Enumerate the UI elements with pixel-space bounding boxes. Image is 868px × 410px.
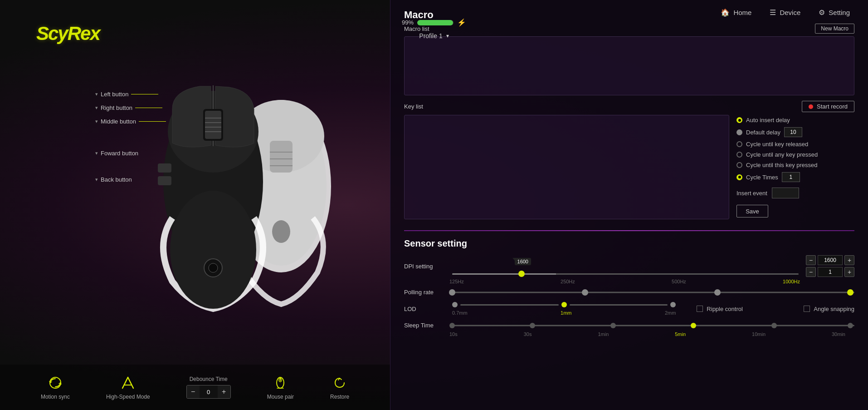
cycle-times-input[interactable]: 1	[782, 172, 800, 182]
cycle-times-option[interactable]: Cycle Times 1	[736, 172, 854, 182]
dpi-decrease-button[interactable]: −	[806, 255, 816, 265]
device-icon: ☰	[770, 8, 776, 17]
sensor-title: Sensor setting	[404, 238, 854, 249]
dpi-value-ctrl: − 1600 +	[806, 255, 854, 265]
battery-bar	[417, 20, 454, 25]
gear-icon: ⚙	[819, 8, 825, 17]
profile-selector[interactable]: Profile 1 ▾	[419, 32, 449, 40]
cycle-this-key-option[interactable]: Cycle until this key pressed	[736, 162, 854, 168]
lod-dot-0[interactable]	[452, 302, 458, 307]
nav-home[interactable]: 🏠 Home	[721, 8, 751, 17]
restore-icon	[332, 375, 348, 391]
sleep-dot-3[interactable]	[691, 323, 696, 328]
dpi-slider[interactable]: 1600	[452, 258, 799, 275]
cycle-this-key-radio[interactable]	[736, 162, 742, 168]
dpi-index-decrease-button[interactable]: −	[806, 267, 816, 277]
sleep-1min: 1min	[598, 331, 609, 337]
radio-inner	[738, 119, 741, 122]
start-record-button[interactable]: Start record	[802, 101, 854, 112]
ripple-checkbox[interactable]	[697, 306, 703, 312]
debounce-increase-button[interactable]: +	[218, 385, 230, 398]
lod-07: 0.7mm	[452, 310, 468, 316]
insert-event-row: Insert event	[736, 188, 854, 198]
auto-insert-delay-radio[interactable]	[736, 117, 742, 123]
dpi-setting-row: DPI setting 1600 − 1600 + − 1 +	[404, 255, 854, 277]
cycle-key-released-option[interactable]: Cycle until key released	[736, 141, 854, 148]
arrow-icon: ▾	[95, 177, 98, 183]
sleep-labels-row: 10s 30s 1min 5min 10min 30min	[449, 331, 845, 337]
sleep-slider[interactable]	[452, 322, 854, 329]
sleep-5min: 5min	[675, 331, 686, 337]
nav-device-label: Device	[780, 9, 800, 16]
sleep-dot-2[interactable]	[610, 323, 616, 328]
sleep-dot-4[interactable]	[771, 323, 777, 328]
polling-thumb[interactable]	[847, 289, 853, 296]
sleep-dot-5[interactable]	[848, 323, 853, 328]
insert-event-input[interactable]	[772, 188, 799, 198]
polling-label: Polling rate	[404, 289, 445, 296]
motion-sync-icon	[47, 375, 63, 391]
dpi-thumb[interactable]	[518, 271, 525, 277]
cycle-any-key-option[interactable]: Cycle until any key pressed	[736, 151, 854, 158]
polling-slider[interactable]	[452, 289, 854, 296]
new-macro-button[interactable]: New Macro	[815, 24, 854, 34]
lod-dot-track[interactable]	[452, 302, 676, 307]
battery-percent: 99%	[402, 19, 414, 26]
top-navigation: 🏠 Home ☰ Device ⚙ Setting	[702, 0, 868, 25]
motion-sync-label: Motion sync	[41, 394, 70, 400]
save-button[interactable]: Save	[736, 205, 768, 217]
freq-250: 250Hz	[561, 279, 575, 284]
mouse-pair-item[interactable]: Mouse pair	[267, 375, 294, 400]
key-section-body: Auto insert delay Default delay 10 Cycle…	[404, 115, 854, 219]
auto-insert-delay-option[interactable]: Auto insert delay	[736, 117, 854, 123]
sleep-dot-1[interactable]	[530, 323, 535, 328]
high-speed-icon	[120, 375, 136, 391]
svg-rect-3	[270, 141, 293, 173]
key-list-box	[404, 115, 729, 219]
freq-500: 500Hz	[672, 279, 686, 284]
forward-button-label[interactable]: ▾ Foward button	[95, 150, 138, 157]
lod-dot-2[interactable]	[670, 302, 676, 307]
cycle-times-radio[interactable]	[736, 174, 742, 180]
sleep-10min: 10min	[752, 331, 766, 337]
dpi-value: 1600	[818, 255, 843, 265]
cycle-any-key-radio[interactable]	[736, 152, 742, 158]
angle-snapping-checkbox[interactable]	[804, 306, 810, 312]
default-delay-option[interactable]: Default delay 10	[736, 127, 854, 137]
polling-stop-2[interactable]	[582, 289, 588, 296]
nav-home-label: Home	[733, 9, 751, 16]
dpi-increase-button[interactable]: +	[844, 255, 854, 265]
default-delay-input[interactable]: 10	[784, 127, 802, 137]
nav-setting[interactable]: ⚙ Setting	[819, 8, 850, 17]
high-speed-item[interactable]: High-Speed Mode	[106, 375, 150, 400]
macro-list-box	[404, 36, 854, 95]
record-dot	[809, 104, 813, 109]
restore-item[interactable]: Restore	[330, 375, 349, 400]
lod-controls: 0.7mm 1mm 2mm	[452, 302, 676, 316]
home-icon: 🏠	[721, 8, 730, 17]
polling-stop-1[interactable]	[449, 289, 455, 296]
debounce-decrease-button[interactable]: −	[187, 385, 200, 398]
app-logo: ScyRex	[36, 23, 100, 44]
back-button-label[interactable]: ▾ Back button	[95, 176, 132, 183]
debounce-stepper[interactable]: − 0 +	[186, 385, 231, 399]
dpi-index-increase-button[interactable]: +	[844, 267, 854, 277]
cycle-key-released-radio[interactable]	[736, 141, 742, 147]
default-delay-label: Default delay	[746, 129, 780, 136]
sleep-dot-0[interactable]	[449, 323, 455, 328]
sleep-label: Sleep Time	[404, 322, 445, 329]
nav-device[interactable]: ☰ Device	[770, 8, 800, 17]
motion-sync-item[interactable]: Motion sync	[41, 375, 70, 400]
auto-insert-delay-label: Auto insert delay	[746, 117, 790, 123]
mouse-pair-icon	[272, 375, 288, 391]
default-delay-radio[interactable]	[736, 129, 742, 135]
polling-stop-3[interactable]	[714, 289, 721, 296]
dpi-index-ctrl: − 1 +	[806, 267, 854, 277]
debounce-value: 0	[200, 385, 218, 398]
mouse-pair-label: Mouse pair	[267, 394, 294, 400]
lod-dot-1[interactable]	[561, 302, 567, 307]
chevron-down-icon: ▾	[446, 33, 449, 39]
dpi-index: 1	[818, 267, 843, 277]
back-btn-text: Back button	[101, 176, 132, 183]
cycle-key-released-label: Cycle until key released	[746, 141, 808, 148]
